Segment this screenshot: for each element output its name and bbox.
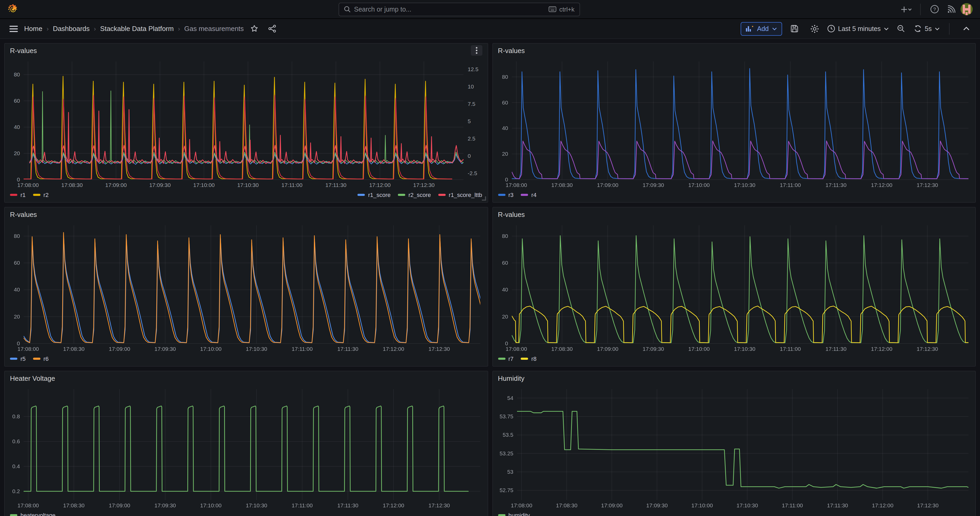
legend-item-r1_score_lttb[interactable]: r1_score_lttb [438, 192, 482, 198]
y-axis-tick-label: 54 [507, 395, 513, 401]
keyboard-icon [549, 6, 557, 12]
legend-label: r3 [508, 192, 514, 198]
legend-item-r8[interactable]: r8 [521, 355, 537, 362]
dashboard-settings-button[interactable] [807, 22, 822, 35]
x-axis-tick-label: 17:09:30 [154, 502, 176, 508]
zoom-out-icon [897, 25, 905, 33]
legend-item-humidity[interactable]: humidity [498, 512, 530, 516]
legend-color-chip [10, 194, 18, 196]
chart-area[interactable]: 17:08:0017:08:3017:09:0017:09:3017:10:00… [5, 385, 487, 511]
search-placeholder: Search or jump to... [354, 5, 545, 13]
legend-item-r6[interactable]: r6 [33, 355, 49, 362]
breadcrumb-dashboards[interactable]: Dashboards [53, 25, 89, 33]
breadcrumb-separator: › [178, 25, 180, 32]
panel-title[interactable]: Humidity [498, 374, 524, 382]
share-button[interactable] [265, 22, 280, 35]
x-axis-tick-label: 17:11:30 [825, 182, 846, 188]
x-axis-tick-label: 17:11:00 [282, 182, 302, 188]
y-axis-tick-label: 0 [17, 340, 20, 346]
refresh-icon [914, 25, 922, 33]
favorite-button[interactable] [247, 22, 262, 35]
x-axis-tick-label: 17:11:00 [781, 502, 803, 508]
save-icon [791, 25, 799, 33]
panel-r-values-2: R-values17:08:0017:08:3017:09:0017:09:30… [4, 207, 488, 366]
y-axis-tick-label: 20 [14, 150, 20, 156]
chart-area[interactable]: 17:08:0017:08:3017:09:0017:09:3017:10:00… [5, 57, 487, 190]
collapse-toolbar-button[interactable] [959, 22, 974, 35]
y2-axis-tick-label: 5 [468, 118, 471, 124]
x-axis-tick-label: 17:08:30 [555, 502, 577, 508]
y-axis-tick-label: 40 [14, 287, 20, 293]
x-axis-tick-label: 17:12:00 [872, 502, 893, 508]
breadcrumb-home[interactable]: Home [24, 25, 42, 33]
panel-r-values-0: R-values17:08:0017:08:3017:09:0017:09:30… [4, 43, 488, 203]
y-axis-tick-label: 53.5 [502, 432, 513, 438]
x-axis-tick-label: 17:10:30 [734, 346, 755, 352]
y2-axis-tick-label: 10 [468, 83, 474, 89]
mega-menu-button[interactable] [6, 22, 21, 35]
y2-axis-tick-label: 12.5 [468, 66, 479, 72]
legend-color-chip [10, 514, 18, 516]
help-button[interactable]: ? [927, 2, 942, 16]
x-axis-tick-label: 17:10:00 [688, 182, 710, 188]
x-axis-tick-label: 17:08:30 [551, 182, 573, 188]
add-button[interactable]: Add [741, 22, 782, 35]
chart-area[interactable]: 17:08:0017:08:3017:09:0017:09:3017:10:00… [5, 221, 487, 354]
news-button[interactable] [944, 2, 958, 16]
x-axis-tick-label: 17:12:00 [383, 346, 404, 352]
breadcrumb-separator: › [94, 25, 96, 32]
y-axis-tick-label: 53 [507, 469, 513, 475]
y2-axis-tick-label: 2.5 [468, 135, 475, 142]
panel-title[interactable]: R-values [498, 210, 525, 218]
panel-title[interactable]: Heater Voltage [10, 374, 55, 382]
chart-area[interactable]: 17:08:0017:08:3017:09:0017:09:3017:10:00… [493, 221, 975, 354]
y-axis-tick-label: 0.4 [12, 463, 20, 469]
x-axis-tick-label: 17:11:30 [825, 346, 846, 352]
x-axis-tick-label: 17:11:30 [337, 502, 358, 508]
legend-item-r1[interactable]: r1 [10, 192, 26, 198]
legend-item-heatervoltage[interactable]: heatervoltage [10, 512, 56, 516]
y2-axis-tick-label: -2.5 [468, 170, 477, 176]
legend-item-r7[interactable]: r7 [498, 355, 514, 362]
save-dashboard-button[interactable] [787, 22, 802, 35]
x-axis-tick-label: 17:08:00 [18, 502, 39, 508]
chart-area[interactable]: 17:08:0017:08:3017:09:0017:09:3017:10:00… [493, 57, 975, 190]
search-input[interactable]: Search or jump to... ctrl+k [338, 2, 580, 16]
y-axis-tick-label: 40 [502, 125, 508, 131]
legend-label: r5 [21, 355, 26, 362]
user-avatar[interactable] [961, 3, 973, 15]
x-axis-tick-label: 17:12:00 [871, 346, 892, 352]
clock-icon [827, 25, 835, 33]
x-axis-tick-label: 17:09:30 [154, 346, 176, 352]
refresh-picker[interactable]: 5s [914, 25, 940, 33]
legend-label: r7 [508, 355, 514, 362]
panel-menu-kebab-icon[interactable] [471, 45, 482, 56]
x-axis-tick-label: 17:11:30 [337, 346, 358, 352]
x-axis-tick-label: 17:08:30 [63, 502, 85, 508]
legend-label: r1 [21, 192, 26, 198]
keyboard-shortcut-hint: ctrl+k [549, 5, 574, 13]
legend-item-r5[interactable]: r5 [10, 355, 26, 362]
breadcrumb-folder[interactable]: Stackable Data Platform [100, 25, 174, 33]
time-range-picker[interactable]: Last 5 minutes [827, 25, 889, 33]
x-axis-tick-label: 17:10:30 [736, 502, 758, 508]
panel-title[interactable]: R-values [10, 46, 37, 54]
grafana-logo-icon[interactable] [7, 3, 19, 15]
x-axis-tick-label: 17:09:30 [643, 346, 664, 352]
y-axis-tick-label: 0 [505, 340, 508, 346]
panel-resize-handle[interactable] [482, 196, 486, 201]
panel-r-values-1: R-values17:08:0017:08:3017:09:0017:09:30… [492, 43, 976, 203]
zoom-out-button[interactable] [894, 22, 908, 35]
legend-item-r4[interactable]: r4 [521, 192, 537, 198]
chart-area[interactable]: 17:08:0017:08:3017:09:0017:09:3017:10:00… [493, 385, 975, 511]
legend-item-r2_score[interactable]: r2_score [398, 192, 431, 198]
x-axis-tick-label: 17:08:00 [18, 182, 39, 188]
legend-item-r2[interactable]: r2 [33, 192, 49, 198]
panel-title[interactable]: R-values [10, 210, 37, 218]
panel-title[interactable]: R-values [498, 46, 525, 54]
new-button[interactable] [899, 2, 914, 16]
legend-item-r3[interactable]: r3 [498, 192, 514, 198]
y2-axis-tick-label: 0 [468, 153, 471, 159]
legend-item-r1_score[interactable]: r1_score [358, 192, 391, 198]
legend-color-chip [358, 194, 365, 196]
